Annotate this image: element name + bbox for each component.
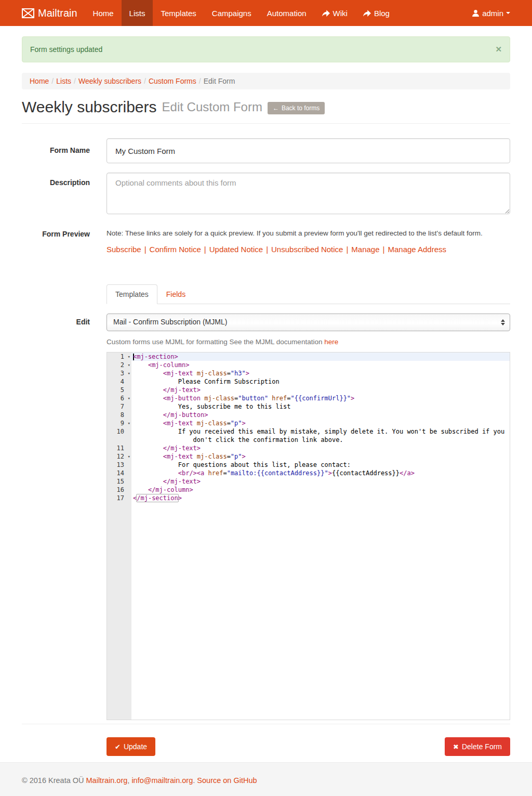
editor-line[interactable]: 15 </mj-text> [107, 477, 510, 486]
code-editor[interactable]: 1▾<mj-section>2▾ <mj-column>3▾ <mj-text … [107, 352, 510, 720]
nav-item-label: Home [93, 9, 114, 18]
link-separator: | [343, 245, 351, 254]
link-separator: | [380, 245, 388, 254]
editor-line[interactable]: 7 Yes, subscribe me to this list [107, 402, 510, 411]
code-line-content: For questions about this list, please co… [131, 461, 510, 469]
editor-line[interactable]: 8 </mj-button> [107, 411, 510, 419]
nav-item-home[interactable]: Home [85, 0, 122, 26]
copyright-text: © 2016 Kreata OÜ [22, 776, 86, 785]
editor-line[interactable]: 16 </mj-column> [107, 486, 510, 494]
editor-line[interactable]: 4 Please Confirm Subscription [107, 377, 510, 386]
close-icon[interactable]: ✕ [495, 45, 502, 54]
nav-item-automation[interactable]: Automation [259, 0, 314, 26]
editor-line[interactable]: 12▾ <mj-text mj-class="p"> [107, 452, 510, 461]
tab-fields[interactable]: Fields [157, 284, 194, 304]
tab-templates[interactable]: Templates [107, 284, 157, 304]
edit-label: Edit [22, 314, 107, 331]
envelope-icon [22, 8, 34, 18]
code-line-content: </mj-section> [131, 494, 510, 502]
nav-item-label: Lists [129, 9, 145, 18]
breadcrumb-link-lists[interactable]: Lists [56, 77, 71, 85]
nav-item-label: Campaigns [212, 9, 251, 18]
form-name-label: Form Name [22, 138, 107, 163]
code-line-content: Yes, subscribe me to this list [131, 402, 510, 411]
page-subtitle: Edit Custom Form [162, 100, 262, 114]
form-name-input[interactable] [107, 138, 510, 163]
delete-form-button[interactable]: ✖ Delete Form [445, 737, 510, 756]
update-button[interactable]: ✔ Update [107, 737, 155, 756]
code-line-content: </mj-text> [131, 477, 510, 486]
code-line-content: <mj-button mj-class="button" href="{{con… [131, 394, 510, 402]
editor-line[interactable]: 3▾ <mj-text mj-class="h3"> [107, 369, 510, 377]
form-preview-label: Form Preview [22, 229, 107, 254]
line-number: 13 [107, 461, 131, 469]
code-line-content: Please Confirm Subscription [131, 377, 510, 386]
editor-line[interactable]: 6▾ <mj-button mj-class="button" href="{{… [107, 394, 510, 402]
line-number: 10 [107, 427, 131, 444]
line-number: 5 [107, 386, 131, 394]
breadcrumb-link-weekly-subscribers[interactable]: Weekly subscribers [78, 77, 141, 85]
preview-link-unsubscribed-notice[interactable]: Unsubscribed Notice [271, 245, 343, 254]
main-nav: HomeListsTemplatesCampaignsAutomationWik… [85, 0, 397, 26]
breadcrumb: Home/Lists/Weekly subscribers/Custom For… [22, 73, 510, 89]
code-line-content: </mj-text> [131, 386, 510, 394]
fold-arrow-icon[interactable]: ▾ [128, 394, 130, 402]
code-line-content: </mj-column> [131, 486, 510, 494]
line-number: 12▾ [107, 452, 131, 461]
preview-link-manage[interactable]: Manage [351, 245, 379, 254]
share-arrow-icon [322, 10, 330, 17]
fold-arrow-icon[interactable]: ▾ [128, 369, 130, 377]
fold-arrow-icon[interactable]: ▾ [128, 452, 130, 461]
back-to-forms-button[interactable]: ← Back to forms [268, 102, 325, 114]
preview-link-manage-address[interactable]: Manage Address [388, 245, 446, 254]
breadcrumb-current: Edit Form [204, 77, 235, 85]
fold-arrow-icon[interactable]: ▾ [128, 361, 130, 369]
line-number: 9▾ [107, 419, 131, 427]
fold-arrow-icon[interactable]: ▾ [128, 419, 130, 427]
description-textarea[interactable] [107, 173, 510, 214]
preview-link-subscribe[interactable]: Subscribe [107, 245, 141, 254]
line-number: 16 [107, 486, 131, 494]
description-label: Description [22, 173, 107, 216]
line-number: 11 [107, 444, 131, 452]
editor-line[interactable]: 11 </mj-text> [107, 444, 510, 452]
footer-link-github[interactable]: Source on GitHub [197, 776, 257, 785]
arrow-left-icon: ← [273, 105, 279, 112]
nav-item-templates[interactable]: Templates [153, 0, 204, 26]
code-line-content: <mj-text mj-class="p"> [131, 419, 510, 427]
code-editor-rows: 1▾<mj-section>2▾ <mj-column>3▾ <mj-text … [107, 353, 510, 502]
user-menu[interactable]: admin [464, 0, 510, 26]
editor-line[interactable]: 9▾ <mj-text mj-class="p"> [107, 419, 510, 427]
line-number: 4 [107, 377, 131, 386]
nav-item-wiki[interactable]: Wiki [314, 0, 355, 26]
preview-link-updated-notice[interactable]: Updated Notice [209, 245, 263, 254]
editor-line[interactable]: 14 <br/><a href="mailto:{{contactAddress… [107, 469, 510, 477]
nav-item-lists[interactable]: Lists [122, 0, 153, 26]
editor-line[interactable]: 2▾ <mj-column> [107, 361, 510, 369]
breadcrumb-link-home[interactable]: Home [30, 77, 49, 85]
footer-link-email[interactable]: info@mailtrain.org [131, 776, 193, 785]
mjml-help-text: Custom forms use MJML for formatting See… [107, 338, 510, 346]
link-separator: | [141, 245, 150, 254]
breadcrumb-separator: / [71, 77, 78, 85]
editor-line[interactable]: 1▾<mj-section> [107, 353, 510, 361]
footer-link-mailtrain[interactable]: Mailtrain.org [86, 776, 128, 785]
breadcrumb-link-custom-forms[interactable]: Custom Forms [149, 77, 196, 85]
mjml-docs-link[interactable]: here [324, 338, 338, 346]
user-name: admin [482, 9, 503, 18]
chevron-down-icon [506, 12, 510, 14]
fold-arrow-icon[interactable]: ▾ [128, 353, 130, 361]
template-select[interactable]: Mail - Confirm Subscription (MJML) [107, 314, 510, 331]
code-line-content: <br/><a href="mailto:{{contactAddress}}"… [131, 469, 510, 477]
editor-line[interactable]: 17</mj-section> [107, 494, 510, 502]
line-number: 17 [107, 494, 131, 502]
nav-item-campaigns[interactable]: Campaigns [204, 0, 259, 26]
nav-item-blog[interactable]: Blog [355, 0, 397, 26]
code-line-content: <mj-text mj-class="p"> [131, 452, 510, 461]
brand-logo[interactable]: Mailtrain [22, 0, 85, 26]
editor-line[interactable]: 13 For questions about this list, please… [107, 461, 510, 469]
editor-line[interactable]: 10 If you received this email by mistake… [107, 427, 510, 444]
nav-item-label: Wiki [333, 9, 348, 18]
editor-line[interactable]: 5 </mj-text> [107, 386, 510, 394]
preview-link-confirm-notice[interactable]: Confirm Notice [150, 245, 201, 254]
